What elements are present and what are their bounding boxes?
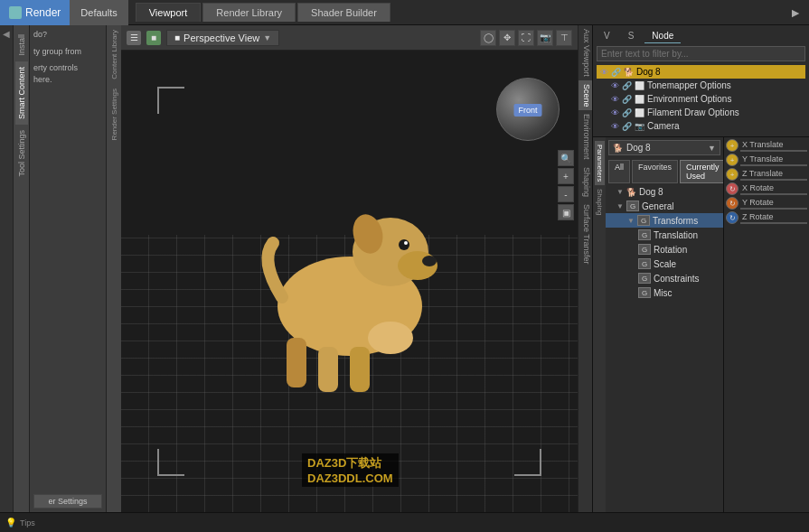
vp-tool-4[interactable]: 📷 [537,30,553,46]
viewport-header: ☰ ■ ■ Perspective View ▼ ◯ ✥ ⛶ 📷 ⊤ [121,25,578,51]
vp-tool-5[interactable]: ⊤ [556,30,572,46]
viewport-menu-icon[interactable]: ☰ [127,31,141,45]
param-translation[interactable]: G Translation [606,228,723,242]
obj-selector[interactable]: 🐕 Dog 8 ▼ [608,140,720,155]
node-item-tonemapper[interactable]: 👁 🔗 ⬜ Tonemapper Options [597,79,805,92]
vp-tool-1[interactable]: ◯ [480,30,496,46]
svg-point-10 [368,322,413,354]
vtab-shaping[interactable]: Shaping [579,163,592,201]
vtab-surface-transfer[interactable]: Surface Transfer [579,201,592,268]
slider-y-rotate: ↻ Y Rotate [726,197,807,210]
vtabs-left: Install Smart Content Tool Settings [14,25,30,512]
node-filter-input[interactable] [597,46,805,61]
defaults-button[interactable]: Defaults [70,0,127,25]
node-panel-header: V S Node [597,29,805,43]
top-bar: Render Defaults Viewport Render Library … [0,0,809,25]
param-g-badge-scale: G [638,258,651,269]
vtab-environment[interactable]: Environment [579,110,592,163]
slider-btn-y-rotate[interactable]: ↻ [726,197,738,210]
perspective-dropdown-arrow: ▼ [263,33,271,42]
filter-tab-favorites[interactable]: Favorites [632,160,678,183]
params-area: Parameters Shaping 🐕 Dog 8 ▼ All Favorit… [593,137,809,512]
vp-tool-2[interactable]: ✥ [499,30,515,46]
param-scale[interactable]: G Scale [606,257,723,271]
node-item-filament[interactable]: 👁 🔗 ⬜ Filament Draw Options [597,106,805,119]
er-settings-button[interactable]: er Settings [33,494,102,509]
tab-render-library[interactable]: Render Library [202,3,296,22]
dog-model [250,144,449,397]
node-label-tonemapper: Tonemapper Options [647,80,731,90]
filter-tab-all[interactable]: All [608,160,630,183]
param-label-misc: Misc [654,288,673,298]
param-tree: ▼ 🐕 Dog 8 ▼ G General ▼ G Transforms [606,185,723,512]
filter-tab-used[interactable]: Currently Used [680,160,723,183]
slider-btn-x-rotate[interactable]: ↻ [726,182,738,195]
slider-label-y-translate: Y Translate [740,154,807,163]
param-rotation[interactable]: G Rotation [606,242,723,257]
node-label-dog8: Dog 8 [636,67,661,77]
nav-sphere[interactable]: Front [496,78,560,141]
params-vtab-parameters[interactable]: Parameters [595,141,605,185]
top-tabs: Viewport Render Library Shader Builder [136,3,390,22]
eye-icon-dog8: 👁 [600,68,608,77]
slider-bar-x-rotate[interactable] [740,193,807,195]
render-label: Render [25,6,61,19]
tab-overflow-arrow[interactable]: ► [782,5,809,20]
slider-bar-x-translate[interactable] [740,150,807,152]
node-item-dog8[interactable]: 👁 🔗 🐕 Dog 8 [597,65,805,79]
vtab-aux-viewport[interactable]: Aux Viewport [579,25,592,80]
slider-bar-z-rotate[interactable] [740,222,807,224]
viewport-grid-icon[interactable]: ■ [146,31,161,45]
center-area: ☰ ■ ■ Perspective View ▼ ◯ ✥ ⛶ 📷 ⊤ 4 : 3 [121,25,578,512]
vrt-zoom-in-btn[interactable]: + [558,168,574,184]
node-tab-node[interactable]: Node [644,29,681,43]
slider-btn-y-translate[interactable]: + [726,154,738,166]
render-button[interactable]: Render [0,0,70,25]
vrt-zoom-out-btn[interactable]: - [558,186,574,202]
sliders-panel: + X Translate + Y Translate + [723,137,809,512]
node-tab-s[interactable]: S [621,29,642,43]
vtab-render-settings[interactable]: Render Settings [109,84,119,145]
slider-label-x-rotate: X Rotate [740,183,807,192]
vtab-tool-settings[interactable]: Tool Settings [15,125,28,182]
param-general[interactable]: ▼ G General [606,199,723,213]
perspective-view-dropdown[interactable]: ■ Perspective View ▼ [166,30,279,46]
node-item-environment[interactable]: 👁 🔗 ⬜ Environment Options [597,92,805,106]
slider-btn-z-translate[interactable]: + [726,168,738,181]
bracket-br [514,449,541,476]
param-transforms[interactable]: ▼ G Transforms [606,213,723,228]
vtab-smart-content[interactable]: Smart Content [15,61,28,125]
slider-btn-x-translate[interactable]: + [726,139,738,152]
tab-viewport[interactable]: Viewport [136,3,202,22]
node-label-filament: Filament Draw Options [647,107,739,117]
vtab-content-library[interactable]: Content Library [109,25,119,84]
slider-bar-y-translate[interactable] [740,164,807,166]
tab-shader-builder[interactable]: Shader Builder [297,3,390,22]
slider-label-z-translate: Z Translate [740,169,807,178]
right-area: V S Node 👁 🔗 🐕 Dog 8 👁 🔗 ⬜ Tonemapper Op… [592,25,809,512]
svg-point-4 [399,239,409,250]
slider-bar-y-rotate[interactable] [740,208,807,210]
bracket-tl [157,87,184,114]
sidebar-collapse-arrow[interactable]: ◀ [3,29,10,39]
vtab-install[interactable]: Install [15,29,28,61]
vrt-zoom-btn[interactable]: 🔍 [558,150,574,166]
main-layout: ◀ Install Smart Content Tool Settings do… [0,25,809,512]
param-dog8[interactable]: ▼ 🐕 Dog 8 [606,185,723,199]
slider-btn-z-rotate[interactable]: ↻ [726,211,738,224]
vrt-fit-btn[interactable]: ▣ [558,204,574,220]
param-label-scale: Scale [654,259,676,269]
vp-tool-3[interactable]: ⛶ [518,30,534,46]
param-misc[interactable]: G Misc [606,285,723,300]
vtab-scene[interactable]: Scene [579,80,592,111]
node-tab-v[interactable]: V [597,29,617,43]
param-label-dog8: Dog 8 [639,187,663,197]
viewport-canvas[interactable]: 4 : 3 [121,51,578,512]
slider-bar-z-translate[interactable] [740,179,807,181]
node-item-camera[interactable]: 👁 🔗 📷 Camera [597,119,805,133]
param-constraints[interactable]: G Constraints [606,271,723,285]
node-label-camera: Camera [647,121,680,131]
params-vtab-shaping[interactable]: Shaping [595,185,605,219]
vtabs-viewport-right: Aux Viewport Scene Environment Shaping S… [578,25,592,512]
obj-selector-label: Dog 8 [626,143,704,153]
